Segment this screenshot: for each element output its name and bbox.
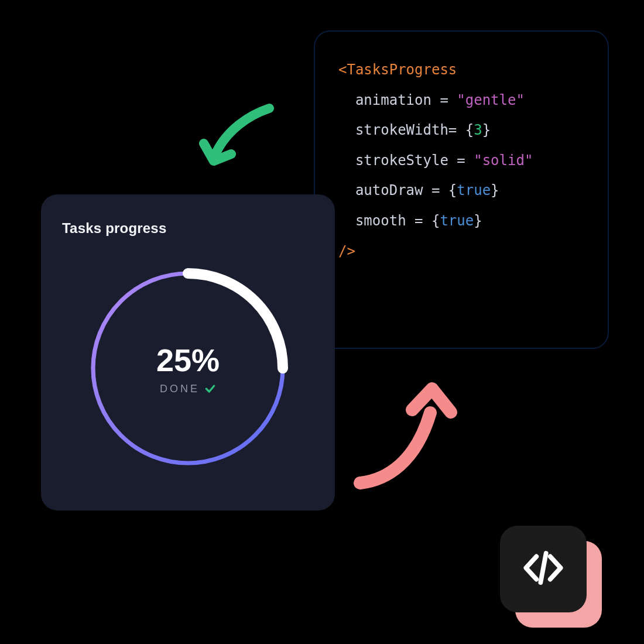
progress-done-label: DONE bbox=[160, 383, 200, 395]
progress-done-row: DONE bbox=[160, 383, 216, 395]
tasks-progress-card: Tasks progress 25% DONE bbox=[41, 194, 335, 511]
code-snippet-panel: <TasksProgress animation = "gentle" stro… bbox=[314, 30, 609, 349]
check-icon bbox=[204, 383, 216, 395]
code-attr-strokewidth: strokeWidth= {3} bbox=[338, 115, 584, 146]
code-attr-autodraw: autoDraw = {true} bbox=[338, 176, 584, 206]
code-attr-smooth: smooth = {true} bbox=[338, 206, 584, 237]
code-icon bbox=[520, 545, 566, 593]
tasks-progress-title: Tasks progress bbox=[62, 220, 314, 237]
arrow-up-right-icon bbox=[351, 381, 468, 492]
code-attr-animation: animation = "gentle" bbox=[338, 85, 584, 116]
code-attr-strokestyle: strokeStyle = "solid" bbox=[338, 146, 584, 176]
progress-percent: 25% bbox=[156, 342, 220, 378]
code-open-tag: <TasksProgress bbox=[338, 55, 584, 85]
arrow-down-left-icon bbox=[193, 102, 281, 190]
code-badge bbox=[500, 526, 587, 612]
progress-ring: 25% DONE bbox=[83, 263, 293, 474]
code-close-tag: /> bbox=[338, 237, 584, 267]
